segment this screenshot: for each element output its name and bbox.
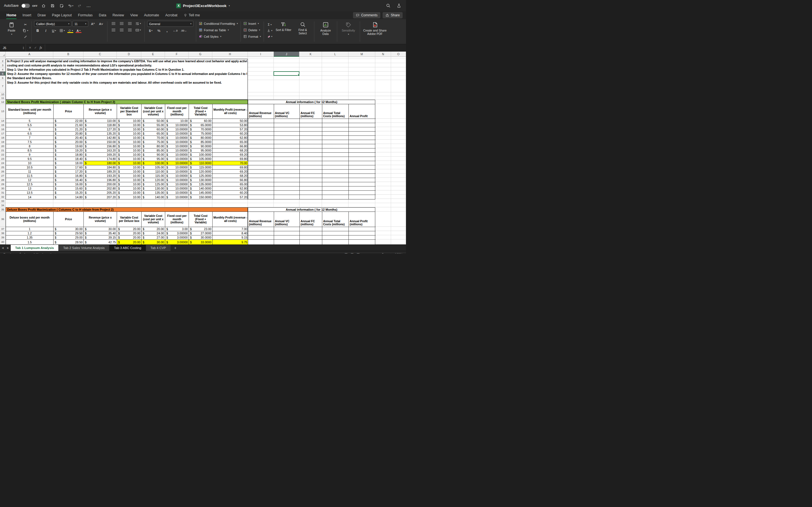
cell[interactable]: $10.00000 (165, 165, 189, 170)
cell[interactable] (349, 235, 375, 240)
cell[interactable]: $10.00000 (165, 182, 189, 186)
cell[interactable]: 12.5 (6, 182, 54, 186)
cell[interactable]: $29.50 (54, 231, 84, 235)
tab-formulas[interactable]: Formulas (75, 11, 96, 19)
row-header-36[interactable]: 36 (0, 212, 6, 227)
cell[interactable]: $95.00 (142, 157, 165, 161)
row-header-28[interactable]: 28 (0, 178, 6, 182)
cell[interactable]: 62.80 (213, 136, 248, 140)
row-header-16[interactable]: 16 (0, 127, 6, 131)
cell[interactable]: $20.00 (142, 227, 165, 231)
cell[interactable]: 68.20 (213, 149, 248, 153)
cell[interactable]: $10.00000 (165, 140, 189, 144)
save-icon[interactable] (49, 3, 56, 9)
cell[interactable]: $10.00000 (165, 127, 189, 131)
cell[interactable] (274, 157, 300, 161)
cell[interactable]: $16.80 (54, 174, 84, 178)
cell[interactable]: $75.0000 (189, 131, 213, 136)
cell[interactable] (274, 178, 300, 182)
cell[interactable]: $10.00000 (165, 195, 189, 199)
cell[interactable] (300, 235, 322, 240)
cell[interactable] (300, 165, 322, 170)
cell[interactable]: $10.00 (117, 119, 142, 123)
cell[interactable] (300, 144, 322, 149)
cell[interactable]: $118.80 (84, 123, 117, 127)
cell[interactable]: $105.0000 (189, 157, 213, 161)
cell[interactable]: $10.00 (117, 165, 142, 170)
cell[interactable]: 9.5 (6, 157, 54, 161)
row-header-11[interactable]: 11 (0, 96, 6, 100)
cell[interactable]: 69.80 (213, 165, 248, 170)
column-header-N[interactable]: N (375, 52, 391, 57)
cell[interactable] (300, 191, 322, 195)
cell[interactable] (300, 119, 322, 123)
cell[interactable] (300, 231, 322, 235)
share-button[interactable]: Share (383, 12, 403, 18)
cell[interactable] (349, 191, 375, 195)
cell[interactable] (248, 240, 274, 244)
cell[interactable]: $110.0000 (189, 161, 213, 165)
cell[interactable]: $163.20 (84, 149, 117, 153)
cell[interactable] (349, 186, 375, 191)
cell[interactable] (349, 144, 375, 149)
cell[interactable] (248, 182, 274, 186)
comma-style-button[interactable]: , (163, 28, 170, 33)
cell[interactable]: $75.00 (142, 140, 165, 144)
save-as-icon[interactable] (58, 3, 64, 9)
cell[interactable]: $70.0000 (189, 127, 213, 131)
page-layout-view-icon[interactable]: ▤ (350, 252, 354, 253)
cell[interactable]: 68.20 (213, 174, 248, 178)
title-chevron-icon[interactable]: ▾ (229, 4, 230, 7)
cell[interactable] (322, 191, 349, 195)
cell[interactable] (248, 144, 274, 149)
adobe-pdf-button[interactable]: Create and Share Adobe PDF (363, 21, 388, 36)
cell[interactable] (248, 161, 274, 165)
cell[interactable]: 10 (6, 161, 54, 165)
sort-filter-button[interactable]: Sort & Filter (275, 21, 292, 32)
cell[interactable]: $10.00 (165, 119, 189, 123)
comments-button[interactable]: Comments (353, 12, 380, 18)
cell[interactable]: $20.40 (54, 136, 84, 140)
cell[interactable]: $10.00000 (165, 131, 189, 136)
cancel-icon[interactable]: ✕ (29, 46, 31, 50)
fill-color-button[interactable]: ▾ (67, 28, 74, 33)
percent-style-button[interactable]: % (155, 28, 162, 33)
cell[interactable] (349, 136, 375, 140)
cell[interactable]: $10.00 (117, 127, 142, 131)
cell[interactable]: $10.00 (117, 191, 142, 195)
paste-button[interactable]: Paste ▾ (3, 21, 20, 36)
cell[interactable]: 1.5 (6, 240, 54, 244)
cell[interactable] (349, 165, 375, 170)
cell[interactable]: 53.80 (213, 123, 248, 127)
cell[interactable] (349, 182, 375, 186)
redo-icon[interactable] (77, 3, 83, 9)
more-commands-icon[interactable]: … (86, 3, 92, 9)
row-header-31[interactable]: 31 (0, 190, 6, 194)
insert-cells-button[interactable]: Insert▾ (243, 21, 261, 26)
cell[interactable]: $80.0000 (189, 136, 213, 140)
cell[interactable] (322, 240, 349, 244)
cell[interactable]: 10.5 (6, 165, 54, 170)
cell[interactable] (300, 149, 322, 153)
cell[interactable]: $193.20 (84, 174, 117, 178)
align-bottom-icon[interactable] (126, 21, 133, 26)
cell[interactable]: $100.0000 (189, 153, 213, 157)
cell[interactable]: $20.00 (54, 140, 84, 144)
tab-page-layout[interactable]: Page Layout (49, 11, 75, 19)
cell[interactable]: $10.00 (117, 161, 142, 165)
cell[interactable]: $115.00 (142, 174, 165, 178)
cell[interactable] (349, 161, 375, 165)
cell[interactable]: $10.00000 (165, 144, 189, 149)
align-middle-icon[interactable] (118, 21, 125, 26)
cut-icon[interactable]: ✂ (22, 22, 29, 27)
cell[interactable]: 62.80 (213, 186, 248, 191)
row-header-19[interactable]: 19 (0, 140, 6, 144)
cell[interactable]: $10.00000 (165, 153, 189, 157)
cell[interactable]: $18.80 (54, 153, 84, 157)
cell[interactable]: $10.00 (117, 170, 142, 174)
cell[interactable]: $142.80 (84, 136, 117, 140)
cell[interactable]: $130.0000 (189, 178, 213, 182)
cell[interactable]: $3.00000 (165, 235, 189, 240)
insert-function-icon[interactable]: fx (40, 46, 42, 50)
cell[interactable]: 6 (6, 127, 54, 131)
